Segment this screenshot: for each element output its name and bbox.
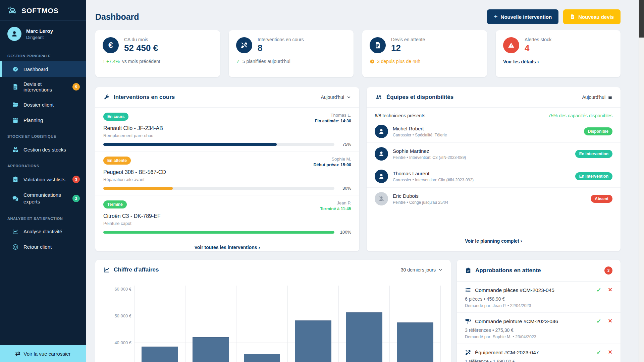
chevron-right-icon: › — [537, 59, 539, 64]
task-label: Réparation aile avant — [103, 177, 351, 182]
boxes-icon — [12, 146, 19, 153]
kpi-value: 8 — [258, 43, 304, 53]
kpi-label: Alertes stock — [525, 37, 551, 42]
file-invoice-icon: $ — [12, 83, 19, 90]
all-interventions-label: Voir toutes les interventions — [194, 245, 257, 250]
sidebar-item-devis-interventions[interactable]: $ Devis et interventions 5 — [0, 77, 86, 97]
sidebar-item-label: Analyse d'activité — [23, 229, 62, 234]
teams-panel: Équipes et disponibilités Aujourd'hui 6/… — [367, 87, 621, 251]
section-label-gestion: GESTION PRINCIPALE — [0, 47, 86, 61]
chart-line-icon — [103, 266, 110, 273]
revenue-chart-plot — [134, 286, 441, 362]
new-intervention-button[interactable]: + Nouvelle intervention — [487, 9, 558, 24]
page-scrollbar[interactable] — [639, 0, 644, 362]
reject-x-icon[interactable]: ✕ — [608, 349, 612, 356]
period-label: Aujourd'hui — [321, 95, 344, 100]
kpi-card-devis: Devis en attente 12 3 depuis plus de 48h — [362, 30, 487, 77]
approval-item: Commande peinture #CM-2023-046 ✓ ✕ 3 réf… — [457, 313, 621, 344]
user-icon — [375, 125, 388, 138]
approvals-panel: Approbations en attente 3 Commande pièce… — [457, 260, 621, 362]
chart-bar — [397, 322, 433, 362]
progress-bar — [103, 231, 334, 234]
badge-count: 2 — [72, 195, 80, 202]
approval-requested-by: Demandé par: Jean P. • 22/04/2023 — [465, 303, 612, 308]
sidebar-item-dossier-client[interactable]: Dossier client — [0, 97, 86, 112]
task-label: Remplacement pare-choc — [103, 133, 351, 138]
user-slash-icon — [375, 192, 388, 205]
euro-icon: € — [103, 37, 119, 53]
progress-label: 75% — [338, 142, 351, 147]
interventions-period-select[interactable]: Aujourd'hui — [321, 95, 351, 100]
chart-bar — [142, 347, 178, 362]
new-quote-button[interactable]: Nouveau devis — [563, 9, 621, 24]
team-member-row[interactable]: Eric Dubois Peintre • Congé jusqu'au 25/… — [367, 188, 621, 210]
task-label: Peinture capot — [103, 221, 351, 226]
chart-bar — [193, 337, 229, 362]
check-icon: ✓ — [236, 59, 240, 64]
sidebar-user[interactable]: Marc Leroy Dirigeant — [0, 21, 86, 47]
approval-meta: 6 pièces • 458,90 € — [465, 296, 612, 302]
user-avatar — [7, 27, 21, 41]
chart-bar — [346, 312, 382, 362]
sidebar-item-communications-experts[interactable]: Communications experts 2 — [0, 187, 86, 210]
approval-title: Commande peinture #CM-2023-046 — [475, 318, 558, 324]
section-label-approbations: APPROBATIONS — [0, 157, 86, 171]
sidebar-item-retour-client[interactable]: Retour client — [0, 239, 86, 255]
kpi-status: 3 depuis plus de 48h — [377, 59, 420, 64]
approval-title: Commande pièces #CM-2023-045 — [475, 287, 554, 293]
period-label: Aujourd'hui — [582, 95, 605, 100]
assignee: Jean P. — [320, 200, 351, 205]
full-planning-link[interactable]: Voir le planning complet › — [465, 238, 522, 244]
team-member-row[interactable]: Michel Robert Carrossier • Spécialité: T… — [367, 120, 621, 143]
reject-x-icon[interactable]: ✕ — [608, 287, 612, 294]
progress-label: 100% — [338, 230, 351, 235]
member-name: Thomas Laurent — [393, 171, 474, 176]
approve-check-icon[interactable]: ✓ — [596, 318, 601, 325]
team-member-row[interactable]: Thomas Laurent Carrossier • Intervention… — [367, 165, 621, 188]
status-badge: En attente — [103, 157, 131, 165]
intervention-item[interactable]: En attente Sophie M. Début prévu: 15:00 … — [95, 152, 359, 195]
chart-line-icon — [12, 228, 19, 235]
approval-requested-by: Demandé par: Sophie M. • 23/04/2023 — [465, 335, 612, 339]
kpi-card-interventions: Interventions en cours 8 ✓ 5 planifiées … — [229, 30, 354, 77]
approve-check-icon[interactable]: ✓ — [596, 349, 601, 356]
intervention-item[interactable]: Terminé Jean P. Terminé à 11:45 Citroën … — [95, 195, 359, 239]
assignee: Sophie M. — [313, 157, 351, 162]
sidebar-item-validation-wishlists[interactable]: Validation wishlists 3 — [0, 171, 86, 187]
sidebar-item-planning[interactable]: Planning — [0, 112, 86, 128]
user-role: Dirigeant — [26, 35, 53, 40]
chart-column — [287, 286, 338, 362]
new-intervention-label: Nouvelle intervention — [501, 14, 552, 20]
kpi-label: Devis en attente — [391, 37, 425, 42]
chart-period-select[interactable]: 30 derniers jours — [401, 267, 443, 273]
switch-view-button[interactable]: ⇄ Voir la vue carrossier — [0, 345, 86, 362]
sidebar-item-dashboard[interactable]: Dashboard — [0, 61, 86, 77]
chevron-right-icon: › — [259, 244, 260, 250]
kpi-status: 5 planifiées aujourd'hui — [243, 59, 290, 64]
member-meta: Carrossier • Intervention: Clio (#IN-202… — [393, 178, 474, 182]
availability-badge: Absent — [591, 195, 612, 203]
stock-details-link[interactable]: Voir les détails › — [503, 59, 539, 64]
reject-x-icon[interactable]: ✕ — [608, 318, 612, 325]
member-name: Eric Dubois — [393, 193, 448, 199]
period-label: 30 derniers jours — [401, 267, 436, 273]
vehicle-label: Peugeot 308 - BE-567-CD — [103, 169, 351, 175]
member-meta: Carrossier • Spécialité: Tôlerie — [393, 133, 447, 137]
scrollbar-thumb[interactable] — [639, 0, 644, 38]
intervention-item[interactable]: En cours Thomas L. Fin estimée: 14:30 Re… — [95, 108, 359, 152]
member-meta: Peintre • Intervention: C3 (#IN-2023-089… — [393, 155, 466, 160]
chart-column — [389, 286, 441, 362]
user-icon — [375, 170, 388, 183]
sidebar-item-gestion-stocks[interactable]: Gestion des stocks — [0, 142, 86, 157]
kpi-value: 4 — [525, 43, 551, 53]
chevron-right-icon: › — [521, 238, 522, 244]
kpi-card-alertes: Alertes stock 4 Voir les détails › — [496, 30, 621, 77]
all-interventions-link[interactable]: Voir toutes les interventions › — [194, 245, 260, 250]
sidebar-item-analyse-activite[interactable]: Analyse d'activité — [0, 224, 86, 239]
sidebar-item-label: Dossier client — [23, 102, 54, 108]
sidebar-item-label: Dashboard — [23, 66, 48, 72]
teams-period-select[interactable]: Aujourd'hui — [582, 95, 612, 100]
approve-check-icon[interactable]: ✓ — [596, 287, 601, 294]
team-member-row[interactable]: Sophie Martinez Peintre • Intervention: … — [367, 143, 621, 165]
switch-view-label: Voir la vue carrossier — [24, 351, 71, 357]
